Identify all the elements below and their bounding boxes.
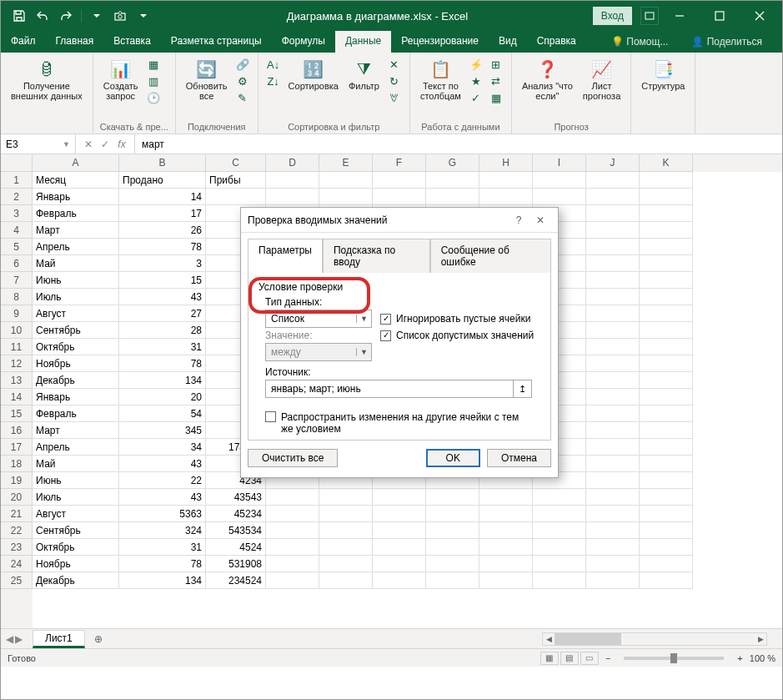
refresh-all-button[interactable]: 🔄Обновить все bbox=[183, 56, 231, 103]
minimize-icon[interactable] bbox=[660, 1, 699, 31]
camera-icon[interactable] bbox=[110, 6, 130, 26]
cell[interactable] bbox=[640, 272, 693, 289]
relationships-button[interactable]: ⇄ bbox=[488, 73, 504, 89]
cell[interactable]: 43543 bbox=[206, 489, 266, 506]
cell[interactable] bbox=[373, 172, 426, 189]
cell[interactable] bbox=[640, 222, 693, 239]
cell[interactable] bbox=[586, 222, 640, 239]
cell[interactable]: Январь bbox=[33, 189, 119, 205]
cancel-formula-icon[interactable]: ✕ bbox=[81, 138, 96, 150]
cell[interactable] bbox=[586, 572, 640, 589]
cell[interactable] bbox=[586, 205, 640, 222]
row-header[interactable]: 22 bbox=[1, 522, 33, 539]
cell[interactable] bbox=[586, 189, 640, 205]
dialog-tab-error-alert[interactable]: Сообщение об ошибке bbox=[430, 239, 551, 273]
recent-sources-button[interactable]: 🕑 bbox=[145, 89, 162, 106]
fx-icon[interactable]: fx bbox=[114, 138, 129, 150]
cell[interactable]: Май bbox=[33, 255, 119, 272]
save-icon[interactable] bbox=[9, 6, 29, 26]
row-header[interactable]: 21 bbox=[1, 506, 33, 522]
cell[interactable] bbox=[266, 539, 319, 556]
column-header[interactable]: C bbox=[206, 154, 266, 172]
cell[interactable]: Май bbox=[33, 456, 119, 472]
tab-view[interactable]: Вид bbox=[489, 31, 527, 53]
cell[interactable]: Сентябрь bbox=[33, 322, 119, 339]
cell[interactable]: Продано bbox=[119, 172, 206, 189]
name-box[interactable]: ▼ bbox=[1, 134, 76, 154]
connections-button[interactable]: 🔗 bbox=[234, 56, 251, 73]
cell[interactable] bbox=[586, 456, 640, 472]
cell[interactable]: 45234 bbox=[206, 506, 266, 522]
cell[interactable] bbox=[373, 556, 426, 572]
view-page-layout-icon[interactable]: ▤ bbox=[560, 652, 579, 665]
cell[interactable] bbox=[640, 239, 693, 255]
cell[interactable] bbox=[373, 506, 426, 522]
filter-button[interactable]: ⧩Фильтр bbox=[345, 56, 383, 93]
zoom-out-icon[interactable]: − bbox=[605, 653, 610, 663]
cell[interactable] bbox=[640, 389, 693, 405]
cell[interactable] bbox=[586, 522, 640, 539]
cell[interactable]: Октябрь bbox=[33, 539, 119, 556]
cell[interactable] bbox=[533, 172, 586, 189]
cell[interactable]: 78 bbox=[119, 355, 206, 372]
cell[interactable]: Июнь bbox=[33, 272, 119, 289]
cell[interactable]: 5363 bbox=[119, 506, 206, 522]
cell[interactable] bbox=[266, 522, 319, 539]
cell[interactable] bbox=[479, 522, 533, 539]
cell[interactable] bbox=[479, 556, 533, 572]
cell[interactable] bbox=[640, 172, 693, 189]
zoom-level[interactable]: 100 % bbox=[750, 653, 775, 663]
cell[interactable]: 345 bbox=[119, 422, 206, 439]
cell[interactable] bbox=[319, 489, 373, 506]
row-header[interactable]: 23 bbox=[1, 539, 33, 556]
cell[interactable] bbox=[640, 205, 693, 222]
text-to-columns-button[interactable]: 📋Текст по столбцам bbox=[417, 56, 464, 103]
consolidate-button[interactable]: ⊞ bbox=[488, 56, 504, 73]
row-header[interactable]: 24 bbox=[1, 556, 33, 572]
cell[interactable] bbox=[319, 572, 373, 589]
properties-button[interactable]: ⚙ bbox=[234, 73, 251, 89]
cell[interactable] bbox=[319, 172, 373, 189]
row-header[interactable]: 12 bbox=[1, 355, 33, 372]
forecast-sheet-button[interactable]: 📈Лист прогноза bbox=[580, 56, 624, 103]
cell[interactable] bbox=[426, 172, 479, 189]
more-commands-icon[interactable] bbox=[133, 6, 153, 26]
cell[interactable] bbox=[640, 355, 693, 372]
cell[interactable]: 543534 bbox=[206, 522, 266, 539]
cell[interactable] bbox=[266, 556, 319, 572]
row-header[interactable]: 18 bbox=[1, 456, 33, 472]
tab-review[interactable]: Рецензирование bbox=[391, 31, 489, 53]
data-validation-button[interactable]: ✓ bbox=[468, 89, 484, 106]
maximize-icon[interactable] bbox=[700, 1, 739, 31]
cell[interactable]: Ноябрь bbox=[33, 556, 119, 572]
range-picker-icon[interactable]: ↥ bbox=[513, 380, 531, 397]
cell[interactable]: 134 bbox=[119, 372, 206, 389]
cell[interactable]: 22 bbox=[119, 472, 206, 489]
sort-az-icon[interactable]: A↓ bbox=[265, 56, 282, 73]
column-header[interactable]: J bbox=[586, 154, 640, 172]
propagate-checkbox[interactable]: Распространить изменения на другие ячейк… bbox=[265, 411, 540, 435]
cell[interactable]: 234524 bbox=[206, 572, 266, 589]
column-header[interactable]: G bbox=[426, 154, 479, 172]
quick-access-dropdown-icon[interactable] bbox=[87, 6, 107, 26]
tab-insert[interactable]: Вставка bbox=[103, 31, 161, 53]
cancel-button[interactable]: Отмена bbox=[487, 449, 551, 467]
cell[interactable] bbox=[586, 305, 640, 322]
cell[interactable] bbox=[266, 489, 319, 506]
ignore-blank-checkbox[interactable]: ✓Игнорировать пустые ячейки bbox=[380, 313, 530, 325]
cell[interactable] bbox=[586, 272, 640, 289]
row-header[interactable]: 9 bbox=[1, 305, 33, 322]
reapply-button[interactable]: ↻ bbox=[386, 73, 403, 89]
cell[interactable] bbox=[373, 539, 426, 556]
cell[interactable] bbox=[533, 489, 586, 506]
tab-page-layout[interactable]: Разметка страницы bbox=[161, 31, 272, 53]
cell[interactable] bbox=[533, 556, 586, 572]
edit-links-button[interactable]: ✎ bbox=[234, 89, 251, 106]
cell[interactable]: 43 bbox=[119, 489, 206, 506]
cell[interactable] bbox=[319, 506, 373, 522]
column-header[interactable]: E bbox=[319, 154, 373, 172]
display-options-icon[interactable] bbox=[640, 7, 659, 25]
cell[interactable]: 28 bbox=[119, 322, 206, 339]
formula-input[interactable] bbox=[135, 134, 782, 154]
cell[interactable] bbox=[640, 405, 693, 422]
